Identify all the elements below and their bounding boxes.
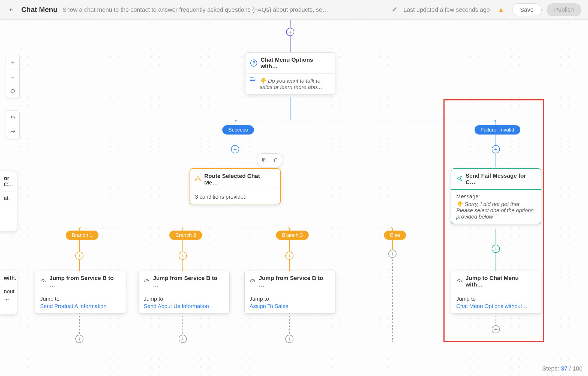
- warning-icon[interactable]: ▲: [497, 5, 505, 14]
- publish-button[interactable]: Publish: [547, 3, 581, 16]
- node-header: ? Chat Menu Options with…: [245, 53, 335, 74]
- last-updated-text: Last updated a few seconds ago: [403, 6, 490, 13]
- steps-current: 37: [561, 365, 567, 372]
- add-step-failure[interactable]: ＋: [492, 145, 500, 153]
- svg-rect-1: [197, 176, 199, 177]
- node-send-fail-message[interactable]: Send Fail Message for C… Message: 👇 Sorr…: [451, 168, 541, 224]
- question-icon: ?: [250, 59, 257, 67]
- node-jump-branch3[interactable]: Jump from Service B to … Jump to Assign …: [244, 271, 335, 314]
- pill-branch3[interactable]: Branch 3: [276, 231, 309, 240]
- steps-sep: /: [569, 365, 572, 372]
- add-step-after-fail-msg[interactable]: ＋: [492, 245, 500, 253]
- node-body: 👇 Do you want to talk to sales or learn …: [245, 74, 335, 94]
- pill-else[interactable]: Else: [384, 231, 406, 240]
- copy-icon: [262, 157, 267, 163]
- node-body: Jump to Send Product A Information: [35, 292, 126, 313]
- jump-target[interactable]: Send About Us Information: [144, 303, 224, 309]
- jump-label: Jump to: [456, 296, 536, 302]
- gauge-icon: [144, 278, 150, 285]
- node-header: Send Fail Message for C…: [451, 169, 541, 190]
- svg-rect-3: [199, 180, 201, 181]
- back-button[interactable]: [7, 5, 16, 15]
- duplicate-node-button[interactable]: [259, 155, 269, 165]
- pill-success[interactable]: Success: [222, 125, 254, 135]
- node-body: Jump to Chat Menu Options without …: [451, 292, 541, 313]
- center-view-button[interactable]: [6, 84, 19, 98]
- save-button[interactable]: Save: [512, 3, 542, 16]
- partial-title: with…: [0, 271, 17, 285]
- add-step-after-jump2[interactable]: ＋: [179, 335, 187, 343]
- send-icon: [456, 175, 462, 183]
- node-message: 👇 Sorry, I did not get that. Please sele…: [456, 201, 536, 220]
- node-body: Jump to Send About Us Information: [139, 292, 229, 313]
- undo-button[interactable]: [6, 111, 19, 125]
- node-jump-branch2[interactable]: Jump from Service B to … Jump to Send Ab…: [139, 271, 230, 314]
- jump-label: Jump to: [250, 296, 330, 302]
- node-message: 👇 Do you want to talk to sales or learn …: [260, 77, 330, 90]
- node-title: Jump from Service B to …: [49, 275, 121, 288]
- partial-link[interactable]: nout …: [4, 288, 13, 301]
- node-title: Jump from Service B to …: [153, 275, 224, 288]
- pencil-icon: [392, 7, 397, 13]
- add-step-branch2[interactable]: ＋: [179, 252, 187, 260]
- svg-rect-5: [262, 158, 265, 161]
- pill-branch1[interactable]: Branch 1: [66, 231, 98, 240]
- steps-label: Steps:: [542, 365, 559, 372]
- jump-label: Jump to: [40, 296, 121, 302]
- node-header: Route Selected Chat Me…: [190, 169, 280, 190]
- node-header: Jump from Service B to …: [139, 271, 229, 292]
- add-step-after-jump-fail[interactable]: ＋: [492, 325, 500, 333]
- page-title: Chat Menu: [21, 5, 58, 14]
- add-step-branch3[interactable]: ＋: [285, 252, 293, 260]
- steps-max: 100: [572, 365, 583, 372]
- zoom-out-button[interactable]: －: [6, 70, 19, 84]
- delete-node-button[interactable]: [271, 155, 281, 165]
- add-step-else[interactable]: ＋: [388, 250, 397, 258]
- node-title: Jump to Chat Menu with…: [466, 275, 536, 288]
- node-title: Chat Menu Options with…: [260, 56, 330, 70]
- partial-title: or C…: [0, 171, 17, 192]
- page-description: Show a chat menu to the contact to answe…: [62, 6, 330, 13]
- trash-icon: [273, 157, 278, 163]
- partial-body: at.: [4, 195, 13, 201]
- workflow-canvas[interactable]: ＋ －: [0, 20, 588, 376]
- header-bar: Chat Menu Show a chat menu to the contac…: [0, 0, 588, 20]
- svg-rect-2: [196, 180, 197, 181]
- node-title: Route Selected Chat Me…: [204, 173, 275, 186]
- node-body: Message: 👇 Sorry, I did not get that. Pl…: [451, 190, 541, 224]
- node-route-selected[interactable]: Route Selected Chat Me… 3 conditions pro…: [190, 168, 281, 204]
- zoom-in-button[interactable]: ＋: [6, 55, 19, 70]
- svg-point-0: [11, 89, 15, 93]
- pill-branch2[interactable]: Branch 2: [169, 231, 202, 240]
- add-step-branch1[interactable]: ＋: [75, 252, 83, 260]
- gauge-icon: [250, 278, 256, 285]
- add-step-top[interactable]: ＋: [286, 28, 294, 36]
- redo-button[interactable]: [6, 125, 19, 139]
- add-step-after-jump1[interactable]: ＋: [75, 335, 83, 343]
- node-jump-fail[interactable]: Jump to Chat Menu with… Jump to Chat Men…: [451, 271, 541, 314]
- node-title: Jump from Service B to …: [259, 275, 330, 288]
- node-jump-branch1[interactable]: Jump from Service B to … Jump to Send Pr…: [35, 271, 126, 314]
- crosshair-icon: [10, 88, 16, 94]
- node-title: Send Fail Message for C…: [466, 172, 536, 186]
- gauge-icon: [40, 278, 46, 285]
- partial-node-left-2[interactable]: with… nout …: [0, 271, 17, 314]
- canvas-toolbar: ＋ －: [6, 55, 20, 139]
- add-step-success[interactable]: ＋: [231, 145, 239, 153]
- svg-rect-4: [263, 159, 266, 162]
- undo-icon: [10, 115, 16, 121]
- partial-node-left-1[interactable]: or C… at.: [0, 171, 17, 231]
- node-action-toolbar: [257, 153, 283, 167]
- jump-target[interactable]: Assign To Sales: [250, 303, 330, 309]
- pill-failure[interactable]: Failure: Invalid: [475, 125, 520, 135]
- node-header: Jump from Service B to …: [35, 271, 126, 292]
- jump-target[interactable]: Chat Menu Options without …: [456, 303, 536, 309]
- gauge-icon: [456, 278, 462, 285]
- arrow-left-icon: [8, 7, 14, 13]
- list-icon: [250, 77, 256, 81]
- jump-label: Jump to: [144, 296, 224, 302]
- node-chat-menu-options[interactable]: ? Chat Menu Options with… 👇 Do you want …: [245, 52, 335, 94]
- jump-target[interactable]: Send Product A Information: [40, 303, 121, 309]
- add-step-after-jump3[interactable]: ＋: [285, 335, 293, 343]
- node-body: 3 conditions provided: [190, 190, 280, 204]
